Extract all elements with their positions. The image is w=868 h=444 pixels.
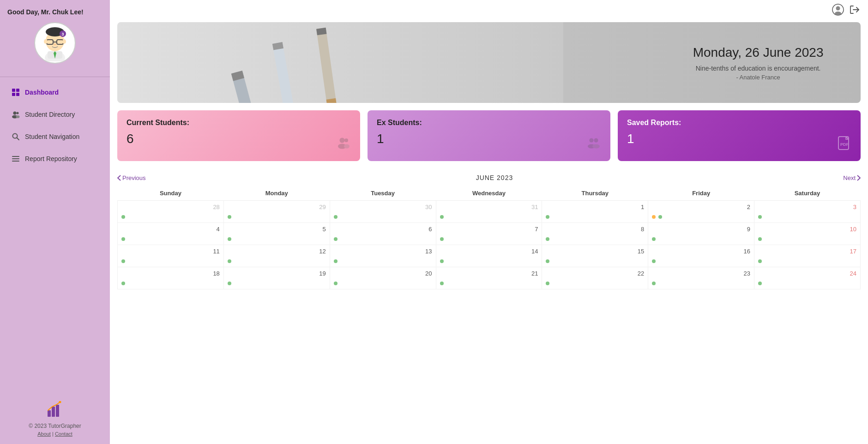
calendar-day-number: 3: [758, 204, 856, 210]
calendar-day-cell[interactable]: 4: [118, 223, 224, 245]
calendar-header-row: Sunday Monday Tuesday Wednesday Thursday…: [118, 186, 861, 201]
calendar-day-cell[interactable]: 8: [542, 223, 648, 245]
svg-rect-46: [316, 28, 326, 36]
green-dot: [228, 237, 231, 241]
calendar-day-number: 22: [546, 270, 644, 277]
calendar-day-cell[interactable]: 6: [330, 223, 436, 245]
sidebar-item-report-repository-label: Report Repository: [25, 155, 77, 162]
banner-author: - Anatole France: [693, 73, 824, 80]
calendar-day-cell[interactable]: 2: [648, 201, 754, 223]
calendar-day-cell[interactable]: 11: [118, 245, 224, 267]
sidebar-item-student-navigation[interactable]: Student Navigation: [4, 126, 106, 147]
banner-quote: Nine-tenths of education is encouragemen…: [693, 64, 824, 72]
svg-point-9: [44, 39, 48, 44]
calendar-day-cell[interactable]: 18: [118, 267, 224, 289]
svg-point-20: [16, 115, 20, 118]
green-dot: [546, 237, 549, 241]
calendar-day-number: 14: [440, 248, 538, 255]
svg-point-54: [592, 144, 600, 149]
calendar-day-number: 15: [546, 248, 644, 255]
calendar-day-cell[interactable]: 1: [542, 201, 648, 223]
green-dot: [334, 237, 338, 241]
sidebar-item-student-navigation-label: Student Navigation: [25, 133, 79, 140]
sidebar-item-report-repository[interactable]: Report Repository: [4, 148, 106, 169]
calendar-day-cell[interactable]: 12: [223, 245, 330, 267]
calendar-next-button[interactable]: Next: [843, 174, 861, 181]
greeting-text: Good Day, Mr. Chuk Lee!: [7, 8, 102, 16]
calendar-day-number: 13: [334, 248, 432, 255]
calendar-day-cell[interactable]: 24: [754, 267, 861, 289]
sidebar-footer: © 2023 TutorGrapher About | Contact: [0, 394, 110, 444]
calendar-day-cell[interactable]: 30: [330, 201, 436, 223]
sidebar-item-dashboard[interactable]: Dashboard: [4, 82, 106, 103]
calendar-dots: [651, 281, 657, 286]
calendar-day-cell[interactable]: 3: [754, 201, 861, 223]
calendar-day-number: 4: [121, 226, 220, 233]
green-dot: [652, 259, 656, 263]
calendar-day-cell[interactable]: 14: [436, 245, 542, 267]
list-icon: [11, 154, 20, 163]
calendar-day-cell[interactable]: 15: [542, 245, 648, 267]
logout-icon[interactable]: [849, 4, 861, 18]
svg-rect-24: [12, 158, 19, 159]
calendar-dots: [121, 258, 126, 264]
calendar-day-cell[interactable]: 23: [648, 267, 754, 289]
calendar-day-cell[interactable]: 31: [436, 201, 542, 223]
profile-icon[interactable]: [832, 4, 844, 18]
current-students-label: Current Students:: [127, 119, 351, 127]
calendar-day-number: 16: [652, 248, 750, 255]
svg-rect-15: [12, 93, 15, 96]
calendar-dots: [121, 214, 126, 220]
calendar-day-cell[interactable]: 10: [754, 223, 861, 245]
calendar-day-cell[interactable]: 21: [436, 267, 542, 289]
svg-point-31: [836, 6, 840, 11]
about-link[interactable]: About: [37, 431, 51, 437]
avatar-image: 3: [36, 24, 73, 61]
green-dot: [440, 237, 444, 241]
calendar-dots: [333, 258, 338, 264]
green-dot: [546, 215, 549, 219]
green-dot: [758, 237, 762, 241]
calendar-day-number: 10: [758, 226, 856, 233]
calendar-day-cell[interactable]: 29: [223, 201, 330, 223]
calendar-dots: [227, 281, 232, 286]
calendar-dots: [651, 214, 663, 220]
saved-reports-value: 1: [627, 132, 851, 146]
calendar-day-cell[interactable]: 9: [648, 223, 754, 245]
calendar-day-cell[interactable]: 5: [223, 223, 330, 245]
green-dot: [334, 259, 338, 263]
sidebar-item-student-directory[interactable]: Student Directory: [4, 104, 106, 125]
calendar-day-number: 17: [758, 248, 856, 255]
green-dot: [121, 237, 125, 241]
calendar-day-cell[interactable]: 17: [754, 245, 861, 267]
calendar-dots: [545, 281, 550, 286]
calendar-day-cell[interactable]: 13: [330, 245, 436, 267]
footer-links: About | Contact: [7, 431, 102, 437]
svg-point-32: [835, 12, 841, 15]
calendar-day-number: 11: [121, 248, 220, 255]
calendar-dots: [227, 258, 232, 264]
calendar-day-number: 2: [652, 204, 750, 210]
topbar: [110, 0, 868, 22]
calendar-day-cell[interactable]: 7: [436, 223, 542, 245]
green-dot: [758, 215, 762, 219]
calendar-day-cell[interactable]: 28: [118, 201, 224, 223]
calendar-day-cell[interactable]: 20: [330, 267, 436, 289]
ex-students-card: Ex Students: 1: [368, 110, 610, 161]
calendar-table: Sunday Monday Tuesday Wednesday Thursday…: [117, 186, 861, 289]
calendar-day-cell[interactable]: 19: [223, 267, 330, 289]
col-sunday: Sunday: [118, 186, 224, 201]
calendar-prev-button[interactable]: Previous: [117, 174, 146, 181]
svg-point-8: [54, 43, 56, 45]
svg-rect-16: [16, 93, 19, 96]
ex-students-value: 1: [377, 132, 601, 146]
calendar-day-cell[interactable]: 22: [542, 267, 648, 289]
contact-link[interactable]: Contact: [55, 431, 72, 437]
svg-point-48: [344, 138, 348, 142]
col-saturday: Saturday: [754, 186, 861, 201]
calendar-day-cell[interactable]: 16: [648, 245, 754, 267]
calendar-day-number: 20: [334, 270, 432, 277]
green-dot: [228, 282, 231, 285]
calendar-day-number: 23: [652, 270, 750, 277]
search-icon: [11, 132, 20, 141]
